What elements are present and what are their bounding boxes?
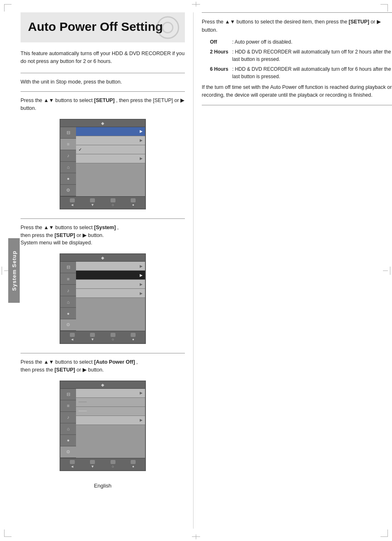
- menu-sidebar-3-item-5: ●: [60, 435, 76, 446]
- menu-body-3: ⊟ ≡ ♪ ⌂ ● ⚙ ▶: [60, 389, 145, 458]
- right-bottom-divider: [202, 105, 392, 105]
- title-section: Auto Power Off Setting: [21, 12, 185, 42]
- crosshair-mid-rv: [390, 267, 390, 275]
- menu-sidebar-item-1: ⊟: [60, 127, 76, 139]
- step-3-text4: or ▶ button.: [76, 232, 104, 238]
- step-4-bold: [Auto Power Off]: [94, 359, 135, 365]
- menu-sidebar-item-2: ≡: [60, 139, 76, 150]
- menu-row-2-4: ▶: [76, 289, 145, 298]
- right-step5-bold: [SETUP]: [349, 19, 369, 25]
- menu-sidebar-3-item-3: ♪: [60, 412, 76, 423]
- step-1-text: With the unit in Stop mode, press the bu…: [21, 78, 185, 86]
- step-4-text: Press the ▲▼ buttons to select [Auto Pow…: [21, 358, 185, 374]
- step-4-text4: or ▶ button.: [76, 367, 104, 373]
- menu-sidebar-item-5: ●: [60, 173, 76, 185]
- menu-footer-1: ◄ ▼ ○ ●: [60, 196, 145, 209]
- menu-diamond-3: ◆: [101, 383, 104, 387]
- menu-screen-2: ◆ ⊟ ≡ ♪ ⌂ ● ⚙: [60, 253, 146, 344]
- menu-header-3: ◆: [60, 381, 145, 389]
- option-off-block: Off : Auto power off is disabled.: [210, 38, 392, 46]
- step-3-text: Press the ▲▼ buttons to select [System] …: [21, 224, 185, 247]
- step-3-text5: System menu will be displayed.: [21, 240, 92, 246]
- menu-footer-icon-4: [131, 198, 136, 202]
- option-off-desc: : Auto power off is disabled.: [232, 38, 293, 46]
- menu-footer-3-item-3: ○: [111, 460, 115, 469]
- menu-sidebar-2-item-5: ●: [60, 308, 76, 319]
- menu-sidebar-2-item-3: ♪: [60, 285, 76, 296]
- menu-footer-icon-3: [111, 198, 115, 202]
- menu-arrow-1-2: ▶: [140, 138, 143, 142]
- step-4-text3: then press the: [21, 367, 53, 373]
- page: System Setup Auto Power Off Setting This…: [0, 0, 392, 541]
- option-6hr-desc: : HDD & DVD RECORDER will automatically …: [232, 65, 392, 80]
- menu-footer-2-item-2: ▼: [90, 333, 95, 341]
- menu-footer-3-item-1: ◄: [70, 460, 75, 469]
- option-2hr-desc: : HDD & DVD RECORDER will automatically …: [232, 48, 392, 63]
- right-note: If the turn off time set with the Auto P…: [202, 84, 392, 99]
- menu-screen-2-wrap: ◆ ⊟ ≡ ♪ ⌂ ● ⚙: [21, 250, 185, 347]
- step-4-text2: ,: [136, 359, 138, 365]
- step-3-text2: ,: [117, 225, 118, 230]
- menu-main-1: ▶ ▶ ✓: [76, 127, 145, 196]
- menu-row-2-3: ▶: [76, 280, 145, 289]
- menu-row-1-3-label: ✓: [78, 147, 82, 152]
- main-content: Auto Power Off Setting This feature auto…: [21, 12, 392, 529]
- menu-sidebar-3-item-1: ⊟: [60, 389, 76, 400]
- menu-sidebar-1: ⊟ ≡ ♪ ⌂ ● ⚙: [60, 127, 76, 196]
- menu-footer-item-2: ▼: [90, 198, 95, 207]
- step-2-text2: [SETUP]: [94, 98, 115, 103]
- step-4-text1: Press the ▲▼ buttons to select: [21, 359, 93, 365]
- side-label-container: System Setup: [8, 238, 20, 303]
- right-top: Press the ▲▼ buttons to select the desir…: [202, 12, 392, 34]
- menu-sidebar-3-item-4: ⌂: [60, 423, 76, 435]
- menu-sidebar-3-item-2: ≡: [60, 400, 76, 412]
- option-2hr-row: 2 Hours : HDD & DVD RECORDER will automa…: [210, 48, 392, 63]
- corner-mark-tl: [4, 4, 12, 12]
- menu-footer-2-item-3: ○: [111, 333, 115, 341]
- menu-body-1: ⊟ ≡ ♪ ⌂ ● ⚙ ▶: [60, 127, 145, 196]
- step-3-text1: Press the ▲▼ buttons to select: [21, 225, 93, 230]
- step-3-bold2: [SETUP]: [55, 232, 75, 238]
- menu-arrow-1-4: ▶: [140, 156, 143, 160]
- menu-screen-3: ◆ ⊟ ≡ ♪ ⌂ ● ⚙: [60, 381, 146, 471]
- menu-footer-icon-2: [90, 198, 95, 202]
- menu-row-1-1: ▶: [76, 127, 145, 136]
- step-2-block: Press the ▲▼ buttons to select [SETUP] ,…: [21, 97, 185, 213]
- menu-row-3-3: [76, 407, 145, 416]
- menu-header-1: ◆: [60, 120, 145, 127]
- menu-footer-2: ◄ ▼ ○ ●: [60, 331, 145, 343]
- menu-footer-3-item-4: ●: [131, 460, 136, 469]
- step-2-text1: Press the ▲▼ buttons to select: [21, 98, 93, 103]
- option-off-row: Off : Auto power off is disabled.: [210, 38, 392, 46]
- menu-header-2: ◆: [60, 254, 145, 262]
- menu-sidebar-item-3: ♪: [60, 150, 76, 162]
- menu-row-3-1: ▶: [76, 389, 145, 398]
- menu-footer-icon-1: [70, 198, 75, 202]
- divider-3: [21, 218, 185, 219]
- menu-footer-item-3: ○: [111, 198, 115, 207]
- menu-footer-3-item-2: ▼: [90, 460, 95, 469]
- menu-row-1-3: ✓: [76, 145, 145, 154]
- step-4-bold2: [SETUP]: [55, 367, 75, 373]
- menu-screen-1: ◆ ⊟ ≡ ♪ ⌂ ● ⚙: [60, 119, 146, 209]
- menu-row-2-1: ▶: [76, 262, 145, 271]
- menu-footer-item-1: ◄: [70, 198, 75, 207]
- option-6hr-label: 6 Hours: [210, 65, 231, 73]
- step-3-text3: then press the: [21, 232, 53, 238]
- menu-sidebar-item-6: ⚙: [60, 185, 76, 196]
- menu-diamond-2: ◆: [101, 255, 104, 260]
- crosshair-bot-v: [196, 534, 196, 539]
- step-4-block: Press the ▲▼ buttons to select [Auto Pow…: [21, 358, 185, 474]
- crosshair-top-v: [196, 2, 196, 7]
- divider-4: [21, 353, 185, 353]
- language-label: English: [94, 483, 112, 489]
- menu-main-2: ▶ ▶ ▶: [76, 262, 145, 331]
- corner-mark-br: [380, 529, 388, 537]
- menu-diamond-1: ◆: [101, 121, 104, 125]
- menu-row-3-2: [76, 398, 145, 407]
- menu-row-2-2: ▶: [76, 271, 145, 280]
- step-3-block: Press the ▲▼ buttons to select [System] …: [21, 224, 185, 347]
- menu-footer-2-item-4: ●: [131, 333, 136, 341]
- footer-language: English: [21, 483, 185, 489]
- step-2-text: Press the ▲▼ buttons to select [SETUP] ,…: [21, 97, 185, 112]
